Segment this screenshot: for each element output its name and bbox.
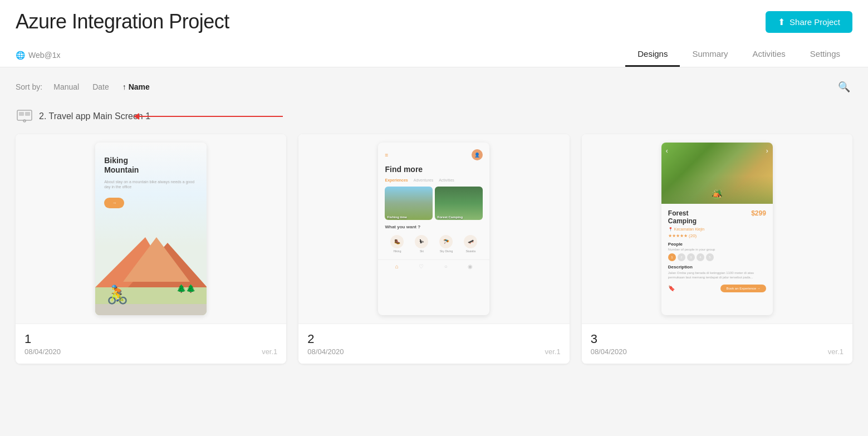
card-number-3: 3 <box>591 332 844 346</box>
main-nav-tabs: Designs Summary Activities Settings <box>625 43 852 67</box>
card2-activities: 🥾 Hiking ⛷ Ski 🪂 Sky Diving <box>378 232 489 257</box>
card-date-1: 08/04/2020 <box>24 347 61 356</box>
nav-bell-icon: ○ <box>444 263 448 270</box>
card3-people-section: People <box>668 242 766 247</box>
red-arrow <box>138 116 283 117</box>
card-date-3: 08/04/2020 <box>591 347 627 356</box>
activity-hiking: 🥾 Hiking <box>390 235 404 253</box>
header-row1: Azure Integration Project ⬆ Share Projec… <box>16 10 852 41</box>
arrow-indicator <box>138 116 283 117</box>
card-footer-3: 3 08/04/2020 ver.1 <box>582 324 852 364</box>
globe-icon: 🌐 <box>16 51 25 60</box>
hiking-icon: 🥾 <box>390 235 404 248</box>
img1-bg <box>385 187 433 220</box>
card3-stars: ★★★★★ (20) <box>668 233 766 238</box>
img1-label: Fishing time <box>387 215 406 219</box>
design-card-3[interactable]: ‹ › 🏕️ ForestCamping $299 📍 Kecamata <box>582 134 852 364</box>
search-button[interactable]: 🔍 <box>836 79 852 95</box>
cyclist-icon: 🚴 <box>106 284 129 305</box>
back-arrow-icon: ‹ <box>666 147 668 155</box>
card-meta-2: 08/04/2020 ver.1 <box>307 347 560 356</box>
card3-people-hint: Number of people in your group <box>668 248 766 251</box>
card2-header: ≡ 👤 <box>378 143 489 163</box>
share-project-button[interactable]: ⬆ Share Project <box>766 11 852 33</box>
people-3: 3 <box>687 253 695 261</box>
section-header: 2. Travel app Main Screen 1 <box>16 109 852 124</box>
card1-title: BikingMountain <box>104 156 198 175</box>
card1-illustration: 🚴 🌲🌲 <box>95 215 207 315</box>
web-scale-indicator: 🌐 Web@1x <box>16 51 61 60</box>
card3-location: 📍 Kecamatan Klejin <box>668 227 766 232</box>
tab-designs[interactable]: Designs <box>625 43 680 67</box>
tab-summary[interactable]: Summary <box>680 43 740 67</box>
img2-label: Forest Camping <box>437 215 463 219</box>
card-preview-3: ‹ › 🏕️ ForestCamping $299 📍 Kecamata <box>582 134 852 324</box>
card-number-1: 1 <box>24 332 277 346</box>
sort-label: Sort by: <box>16 82 42 91</box>
content-area: Sort by: Manual Date ↑ Name 🔍 2. Travel … <box>0 67 868 379</box>
card-preview-1: BikingMountain About stay on a mountain … <box>16 134 286 324</box>
design-card-1[interactable]: BikingMountain About stay on a mountain … <box>16 134 286 364</box>
card-preview-2: ≡ 👤 Find more Experiences Adventures Act… <box>298 134 569 324</box>
sort-date[interactable]: Date <box>87 80 115 94</box>
bookmark-icon: 🔖 <box>668 285 675 291</box>
skydiving-label: Sky Diving <box>440 249 453 253</box>
people-1: 1 <box>668 253 676 261</box>
sort-name[interactable]: ↑ Name <box>117 80 155 94</box>
card2-navbar: ⌂ ♡ ○ ◉ <box>378 259 489 273</box>
design-card-2[interactable]: ≡ 👤 Find more Experiences Adventures Act… <box>298 134 569 364</box>
designs-grid: BikingMountain About stay on a mountain … <box>16 134 852 364</box>
card3-desc-section: Description <box>668 264 766 270</box>
card1-desc: About stay on a mountain bike always nee… <box>104 179 198 190</box>
search-icon: 🔍 <box>838 81 850 92</box>
people-4: 4 <box>697 253 704 261</box>
card-version-3: ver.1 <box>828 347 844 356</box>
people-5: 5 <box>706 253 714 261</box>
section-icon <box>16 109 33 124</box>
svg-rect-2 <box>25 112 30 116</box>
card-version-2: ver.1 <box>545 347 560 356</box>
card1-btn: → <box>104 198 124 208</box>
share-icon: ⬆ <box>778 17 785 27</box>
activity-ski: ⛷ Ski <box>415 235 428 253</box>
project-title: Azure Integration Project <box>16 10 229 33</box>
tab-settings[interactable]: Settings <box>798 43 852 67</box>
card3-hero: ‹ › 🏕️ <box>661 143 773 204</box>
card-footer-2: 2 08/04/2020 ver.1 <box>298 324 569 364</box>
card3-footer-row: 🔖 Book an Experience → <box>668 285 766 292</box>
svg-point-3 <box>23 120 26 122</box>
sort-manual[interactable]: Manual <box>48 80 85 94</box>
tab-activities[interactable]: Activities <box>741 43 798 67</box>
people-2: 2 <box>678 253 685 261</box>
card3-title: ForestCamping <box>668 209 697 226</box>
road <box>95 304 207 315</box>
page-wrapper: Azure Integration Project ⬆ Share Projec… <box>0 0 868 436</box>
sort-bar: Sort by: Manual Date ↑ Name 🔍 <box>16 79 852 95</box>
activity-skate: 🛹 Skatebs <box>464 235 477 253</box>
mountain-bg <box>95 226 207 293</box>
card2-tabs: Experiences Adventures Activities <box>378 178 489 187</box>
card1-content: BikingMountain About stay on a mountain … <box>95 143 207 215</box>
card2-tab-adventures: Adventures <box>414 178 433 182</box>
card-footer-1: 1 08/04/2020 ver.1 <box>16 324 286 364</box>
nav-profile-icon: ◉ <box>468 263 473 270</box>
avatar: 👤 <box>472 149 483 160</box>
ski-label: Ski <box>420 249 424 253</box>
card2-what: What you want ? <box>378 222 489 232</box>
card2-tab-experiences: Experiences <box>385 178 408 182</box>
arrow-line <box>138 116 283 117</box>
card2-img-camping: Forest Camping <box>435 187 483 220</box>
card3-price: $299 <box>751 209 766 217</box>
card-meta-3: 08/04/2020 ver.1 <box>591 347 844 356</box>
skate-label: Skatebs <box>465 249 475 253</box>
card2-images: Fishing time Forest Camping <box>378 187 489 222</box>
card-number-2: 2 <box>307 332 560 346</box>
mountain3 <box>123 237 190 282</box>
forward-arrow-icon: › <box>766 147 768 155</box>
nav-search-icon: ♡ <box>419 263 424 270</box>
card3-title-row: ForestCamping $299 <box>668 209 766 226</box>
card3-desc-text: Jalan Omba yang berada di ketinggian 110… <box>668 271 766 280</box>
hiking-label: Hiking <box>394 249 401 253</box>
top-header: Azure Integration Project ⬆ Share Projec… <box>0 0 868 67</box>
card3-people-selector: 1 2 3 4 5 <box>668 253 766 261</box>
